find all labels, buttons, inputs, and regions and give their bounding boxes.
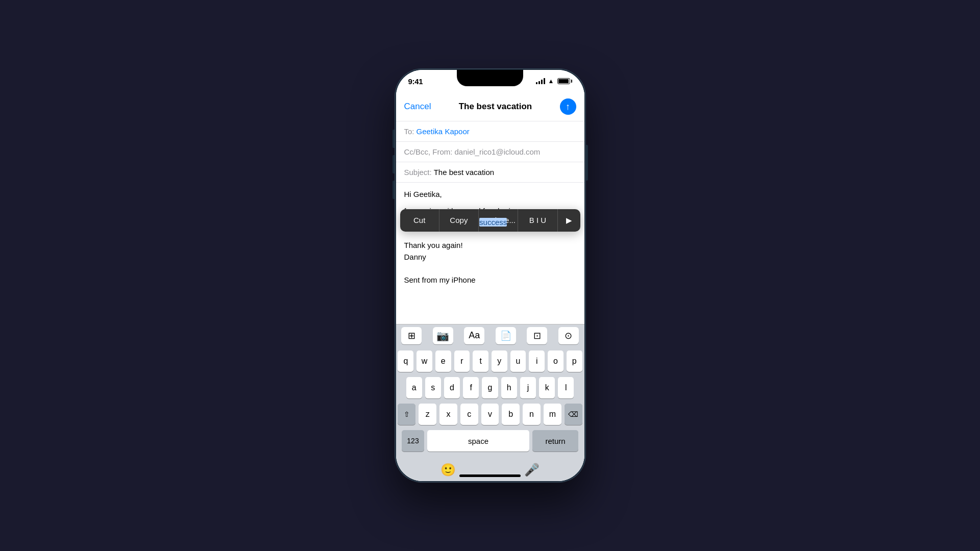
signoff1: Thank you again! [404,240,576,252]
keyboard-row-3: ⇧ z x c v b n m ⌫ [398,404,582,425]
signal-bars-icon [536,78,545,84]
key-y[interactable]: y [492,350,507,372]
subject-field[interactable]: Subject: The best vacation [396,162,584,183]
key-g[interactable]: g [482,377,498,398]
key-r[interactable]: r [454,350,470,372]
key-j[interactable]: j [520,377,536,398]
mic-button[interactable]: 🎤 [524,463,540,477]
key-x[interactable]: x [439,404,457,425]
keyboard: q w e r t y u i o p a s d f g [396,346,584,459]
space-key[interactable]: space [427,430,529,452]
mail-compose: Cancel The best vacation To: Geetika Kap… [396,92,584,481]
camera-toolbar-btn[interactable]: 📷 [433,327,453,344]
biu-button[interactable]: B I U [518,209,557,232]
more-button[interactable]: ▶ [558,209,580,232]
key-l[interactable]: l [558,377,574,398]
home-indicator [459,474,521,477]
key-d[interactable]: d [444,377,460,398]
cancel-button[interactable]: Cancel [404,102,431,112]
key-f[interactable]: f [463,377,479,398]
keyboard-toolbar: ⊞ 📷 Aa 📄 ⊡ ⊙ [396,324,584,346]
cc-field[interactable]: Cc/Bcc, From: daniel_rico1@icloud.com [396,142,584,162]
phone-device: 9:41 ▲ Cancel The best vacation [395,68,586,483]
status-time: 9:41 [408,77,423,86]
greeting: Hi Geetika, [404,189,576,201]
arrow-toolbar-btn[interactable]: ⊙ [558,327,579,344]
subject-label: Subject: [404,168,432,177]
battery-icon [557,78,572,84]
key-s[interactable]: s [425,377,441,398]
file-icon: 📄 [500,330,511,341]
wifi-icon: ▲ [548,78,554,85]
subject-value: The best vacation [434,168,494,177]
key-p[interactable]: p [567,350,582,372]
numbers-key[interactable]: 123 [402,430,424,452]
keyboard-row-4: 123 space return [398,430,582,452]
keyboard-row-2: a s d f g h j k l [398,377,582,398]
key-c[interactable]: c [460,404,478,425]
cc-value: daniel_rico1@icloud.com [455,147,541,156]
format-toolbar-btn[interactable]: Aa [464,327,484,344]
attachment-toolbar-btn[interactable]: ⊞ [401,327,422,344]
key-k[interactable]: k [539,377,555,398]
to-field[interactable]: To: Geetika Kapoor [396,121,584,142]
attachment-icon: ⊞ [408,330,415,341]
key-b[interactable]: b [502,404,520,425]
emoji-button[interactable]: 🙂 [440,463,456,477]
shift-key[interactable]: ⇧ [398,404,415,425]
key-n[interactable]: n [523,404,541,425]
file-toolbar-btn[interactable]: 📄 [496,327,516,344]
notch [457,70,523,86]
key-v[interactable]: v [481,404,499,425]
key-u[interactable]: u [510,350,526,372]
key-o[interactable]: o [548,350,564,372]
signoff2: Danny [404,252,576,263]
scan-toolbar-btn[interactable]: ⊡ [527,327,547,344]
status-icons: ▲ [536,78,572,85]
status-bar: 9:41 ▲ [396,70,584,92]
format-icon: Aa [469,330,480,341]
key-e[interactable]: e [435,350,451,372]
cut-button[interactable]: Cut [400,209,439,232]
to-value: Geetika Kapoor [416,127,470,136]
key-a[interactable]: a [406,377,422,398]
copy-button[interactable]: Copy [439,209,479,232]
keyboard-row-1: q w e r t y u i o p [398,350,582,372]
highlighted-success: success [479,218,507,227]
backspace-key[interactable]: ⌫ [565,404,582,425]
compose-header: Cancel The best vacation [396,92,584,121]
key-h[interactable]: h [501,377,517,398]
compose-title: The best vacation [459,102,532,112]
send-button[interactable] [560,98,576,115]
footer: Sent from my iPhone [404,274,576,286]
cc-label: Cc/Bcc, From: [404,147,453,156]
key-w[interactable]: w [416,350,432,372]
key-q[interactable]: q [398,350,413,372]
camera-icon: 📷 [436,330,449,342]
mail-body[interactable]: Hi Geetika, Cut Copy Replace... B I U ▶ … [396,183,584,324]
scan-icon: ⊡ [533,330,541,341]
return-key[interactable]: return [532,430,578,452]
to-label: To: [404,127,414,136]
arrow-icon: ⊙ [565,330,572,341]
key-m[interactable]: m [544,404,561,425]
key-z[interactable]: z [419,404,436,425]
key-i[interactable]: i [529,350,545,372]
key-t[interactable]: t [473,350,488,372]
bottom-bar: 🙂 🎤 [396,459,584,481]
